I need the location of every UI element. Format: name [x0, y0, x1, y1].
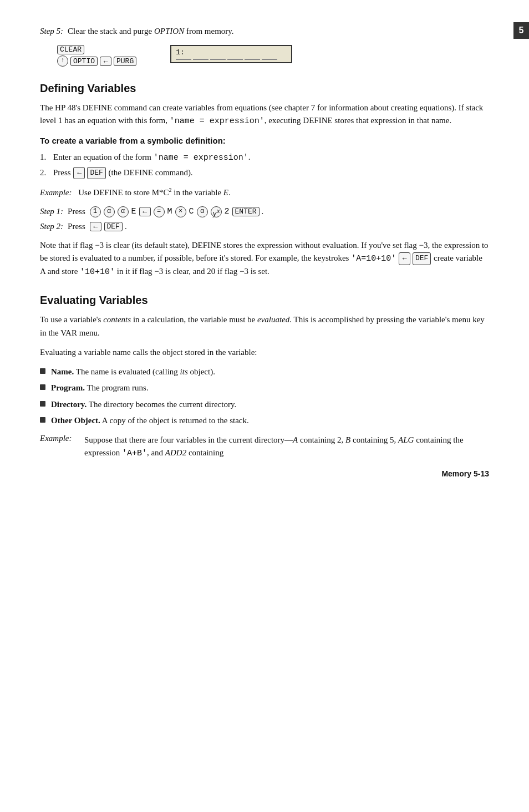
example-para: Example: Use DEFINE to store M*C2 in the…	[40, 186, 489, 199]
bullet-text-other: Other Object. A copy of the object is re…	[51, 414, 249, 427]
s1-yx-key[interactable]: yx	[211, 206, 222, 217]
bullet-text-directory: Directory. The directory becomes the cur…	[51, 398, 236, 411]
var-e: E	[223, 188, 228, 197]
menu-key-1[interactable]	[176, 59, 191, 60]
option-word: OPTION	[154, 27, 184, 35]
bullet-icon-4	[40, 417, 45, 423]
bullet-item-directory: Directory. The directory becomes the cur…	[40, 398, 489, 411]
example2-block: Example: Suppose that there are four var…	[40, 434, 489, 460]
note-para: Note that if flag −3 is clear (its defau…	[40, 239, 489, 279]
s1-c-text: C	[189, 207, 194, 216]
bullet-icon-1	[40, 368, 45, 374]
bullet-icon-3	[40, 401, 45, 407]
list-num-2: 2.	[40, 166, 51, 179]
note-store: '10+10'	[80, 267, 115, 277]
list-item-1: 1. Enter an equation of the form 'name =…	[40, 151, 489, 164]
menu-key-5[interactable]	[245, 59, 260, 60]
left-arrow-key[interactable]: ←	[100, 57, 111, 66]
page: 5 Step 5: Clear the stack and purge OPTI…	[0, 0, 529, 500]
eval-para1: To use a variable's contents in a calcul…	[40, 313, 489, 339]
menu-key-2[interactable]	[193, 59, 208, 60]
note-keystroke1: 'A=10+10'	[351, 254, 396, 263]
step5-line: Step 5: Clear the stack and purge OPTION…	[40, 27, 489, 36]
bullet-item-other: Other Object. A copy of the object is re…	[40, 414, 489, 427]
contents-word: contents	[103, 315, 131, 324]
list-text-2: Press ← DEF (the DEFINE command).	[53, 166, 193, 180]
inline-keys-def: ← DEF	[73, 167, 106, 179]
numbered-list: 1. Enter an equation of the form 'name =…	[40, 151, 489, 180]
list-text-1: Enter an equation of the form 'name = ex…	[53, 151, 251, 164]
step5-block: CLEAR ↑ OPTIO ← PURG 1:	[57, 45, 489, 67]
menu-key-4[interactable]	[227, 59, 243, 60]
page-number: 5	[513, 22, 529, 39]
footer: Memory 5-13	[441, 469, 489, 478]
menu-key-6[interactable]	[262, 59, 277, 60]
bullet-item-name: Name. The name is evaluated (calling its…	[40, 366, 489, 378]
s1-e-text: E	[131, 207, 136, 216]
example-label: Example:	[40, 188, 72, 197]
list-left-arrow[interactable]: ←	[73, 167, 85, 179]
form-quote: 'name = expression'	[154, 153, 248, 163]
s2-left-key[interactable]: ←	[90, 222, 101, 231]
step1-desc: Press 1 α α E ← = M × C α yx 2 ENTER.	[68, 206, 263, 217]
step5-keys: CLEAR ↑ OPTIO ← PURG	[57, 45, 137, 67]
defining-para: The HP 48's DEFINE command can create va…	[40, 101, 489, 128]
purg-key[interactable]: PURG	[114, 57, 136, 66]
optio-key[interactable]: OPTIO	[70, 57, 98, 66]
keyseq-row1: CLEAR	[57, 45, 137, 54]
menu-key-3[interactable]	[210, 59, 226, 60]
circle-key[interactable]: ↑	[57, 55, 68, 67]
bullet-list: Name. The name is evaluated (calling its…	[40, 366, 489, 427]
display-level: 1:	[176, 48, 287, 57]
evaluated-word: evaluated.	[257, 315, 292, 324]
list-item-2: 2. Press ← DEF (the DEFINE command).	[40, 166, 489, 180]
s1-2-text: 2	[225, 207, 230, 216]
note-def-key[interactable]: DEF	[413, 252, 431, 265]
step2-label: Step 2:	[40, 222, 63, 231]
s2-def-key[interactable]: DEF	[104, 222, 123, 231]
eval-para2: Evaluating a variable name calls the obj…	[40, 346, 489, 359]
list-def-key[interactable]: DEF	[87, 167, 105, 179]
bullet-text-program: Program. The program runs.	[51, 382, 149, 394]
step2-desc: Press ← DEF.	[68, 222, 127, 231]
inline-keys-def2: ← DEF	[398, 252, 431, 265]
step2-line: Step 2: Press ← DEF.	[40, 222, 489, 231]
s1-alpha-key[interactable]: α	[104, 206, 115, 217]
name-expr: 'name = expression'	[170, 116, 264, 126]
s1-x-key[interactable]: ×	[175, 206, 186, 217]
step1-label: Step 1:	[40, 207, 63, 216]
s1-alpha3-key[interactable]: α	[197, 206, 208, 217]
bullet-item-program: Program. The program runs.	[40, 382, 489, 394]
step5-label: Step 5:	[40, 27, 63, 36]
s1-alpha2-key[interactable]: α	[118, 206, 129, 217]
bullet-text-name: Name. The name is evaluated (calling its…	[51, 366, 215, 378]
bullet-icon-2	[40, 384, 45, 390]
s1-left-key[interactable]: ←	[139, 207, 151, 216]
list-num-1: 1.	[40, 151, 51, 164]
display-menu	[176, 59, 287, 60]
section-evaluating-title: Evaluating Variables	[40, 294, 489, 307]
clear-key[interactable]: CLEAR	[57, 45, 84, 54]
s1-m-text: M	[167, 207, 172, 216]
example2-text: Suppose that there are four variables in…	[84, 434, 489, 460]
instruction-line: To create a variable from a symbolic def…	[40, 136, 489, 145]
step1-line: Step 1: Press 1 α α E ← = M × C α yx 2 E…	[40, 206, 489, 217]
calc-display: 1:	[170, 45, 292, 63]
step5-desc: Clear the stack and purge OPTION from me…	[68, 27, 234, 36]
example2-label: Example:	[40, 434, 80, 443]
s1-1-key[interactable]: 1	[90, 206, 101, 217]
note-left-key[interactable]: ←	[399, 252, 410, 265]
s1-enter-key[interactable]: ENTER	[232, 207, 260, 216]
s1-eq-key[interactable]: =	[154, 206, 165, 217]
keyseq-row2: ↑ OPTIO ← PURG	[57, 55, 137, 67]
section-defining-title: Defining Variables	[40, 82, 489, 95]
